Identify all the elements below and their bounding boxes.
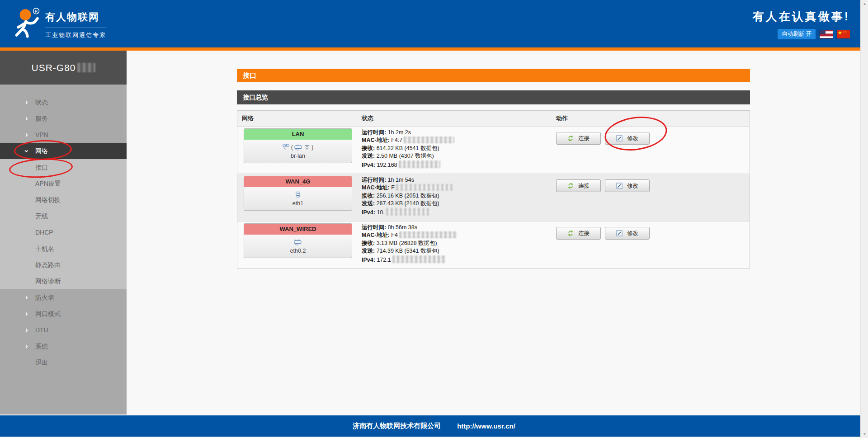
chevron-right-icon: › xyxy=(25,289,28,306)
ipv4-label: IPv4: xyxy=(362,257,375,263)
connect-button[interactable]: 连接 xyxy=(556,227,601,240)
ethernet-icon xyxy=(295,191,301,198)
sidebar-item-network-switch[interactable]: 网络切换 xyxy=(0,192,127,208)
sidebar-item-firewall[interactable]: › 防火墙 xyxy=(0,289,127,306)
tx-value: 714.39 KB (5341 数据包) xyxy=(377,248,439,254)
footer: 济南有人物联网技术有限公司 http://www.usr.cn/ xyxy=(0,415,868,437)
interfaces-table: 网络 状态 动作 LAN xyxy=(237,110,750,269)
status-cell: 运行时间: 0h 56m 38s MAC-地址: F4 接收: 3.13 MB … xyxy=(360,221,551,268)
mac-label: MAC-地址: xyxy=(362,232,390,238)
company-name: 济南有人物联网技术有限公司 xyxy=(353,422,441,430)
rx-label: 接收: xyxy=(362,145,375,151)
actions-cell: 连接 修改 xyxy=(551,174,750,221)
sidebar-item-dhcp[interactable]: DHCP xyxy=(0,224,127,240)
mac-value: F4:7 xyxy=(391,137,402,143)
interface-icons xyxy=(244,238,352,246)
edit-button[interactable]: 修改 xyxy=(605,227,650,240)
sidebar-item-port-mode[interactable]: › 网口模式 xyxy=(0,306,127,322)
table-row-wanwired: WAN_WIRED eth0.2 xyxy=(237,221,750,268)
company-url-link[interactable]: http://www.usr.cn/ xyxy=(457,422,515,430)
sidebar-item-wireless[interactable]: 无线 xyxy=(0,208,127,224)
edit-button[interactable]: 修改 xyxy=(605,132,650,145)
orange-divider xyxy=(0,47,868,51)
edit-button[interactable]: 修改 xyxy=(605,179,650,192)
sidebar-item-services[interactable]: › 服务 xyxy=(0,110,127,127)
wifi-icon xyxy=(304,144,310,150)
edit-icon xyxy=(616,183,623,189)
english-language-flag-icon[interactable] xyxy=(820,30,833,38)
tx-value: 267.43 KB (2140 数据包) xyxy=(377,200,439,207)
interface-card-body: eth1 xyxy=(244,187,352,210)
header-controls: 自动刷新 开 xyxy=(753,29,850,39)
ethernet-bridge-icon xyxy=(283,144,290,151)
uptime-value: 0h 56m 38s xyxy=(388,224,417,231)
column-header-status: 状态 xyxy=(360,111,551,126)
network-cell: WAN_4G eth1 xyxy=(237,174,360,221)
sidebar-item-apn[interactable]: APN设置 xyxy=(0,175,127,192)
top-header: R 有人物联网 工业物联网通信专家 有人在认真做事! 自动刷新 开 xyxy=(0,0,868,47)
device-model-text: USR-G80 xyxy=(31,62,75,73)
uptime-label: 运行时间: xyxy=(362,224,386,231)
switch-icon xyxy=(294,239,302,245)
chinese-language-flag-icon[interactable] xyxy=(837,30,850,38)
redacted-mac xyxy=(399,231,457,238)
redacted-ip xyxy=(392,255,446,263)
interface-card-body: eth0.2 xyxy=(244,235,352,258)
chevron-right-icon: › xyxy=(25,94,28,110)
rx-label: 接收: xyxy=(362,193,375,199)
redacted-mac xyxy=(404,137,454,143)
sidebar-item-static-routes[interactable]: 静态路由 xyxy=(0,257,127,273)
connect-button[interactable]: 连接 xyxy=(556,132,601,145)
brand-title: 有人物联网 xyxy=(45,10,106,24)
sidebar: USR-G80 › 状态 › 服务 › VPN › 网络 接口 APN设置 xyxy=(0,51,127,414)
tx-label: 发送: xyxy=(362,200,375,207)
chevron-down-icon: › xyxy=(19,150,35,152)
network-cell: LAN ( xyxy=(237,127,360,174)
chevron-right-icon: › xyxy=(25,338,28,354)
edit-icon xyxy=(616,230,623,236)
vertical-scrollbar[interactable]: ▲ ▼ xyxy=(860,0,868,438)
uptime-label: 运行时间: xyxy=(362,129,386,136)
device-name: eth1 xyxy=(244,200,352,207)
scroll-up-arrow-icon[interactable]: ▲ xyxy=(861,0,868,8)
paren: ) xyxy=(311,144,313,151)
sidebar-item-logout[interactable]: 退出 xyxy=(0,354,127,371)
sidebar-item-vpn[interactable]: › VPN xyxy=(0,127,127,143)
sidebar-item-interfaces[interactable]: 接口 xyxy=(0,159,127,175)
connect-button[interactable]: 连接 xyxy=(556,179,601,192)
refresh-icon xyxy=(567,135,574,141)
device-model-title: USR-G80 xyxy=(0,51,127,85)
redacted-ip xyxy=(399,160,440,168)
mac-value: F4 xyxy=(391,232,398,238)
ipv4-label: IPv4: xyxy=(362,209,375,216)
device-name: eth0.2 xyxy=(244,248,352,254)
svg-text:R: R xyxy=(35,9,38,14)
status-cell: 运行时间: 1h 1m 54s MAC-地址: F 接收: 256.16 KB … xyxy=(360,174,551,221)
table-row-lan: LAN ( xyxy=(237,126,750,174)
interface-name-badge: LAN xyxy=(244,129,352,140)
edit-icon xyxy=(616,135,623,141)
scroll-down-arrow-icon[interactable]: ▼ xyxy=(861,430,868,438)
paren: ( xyxy=(291,144,293,151)
sidebar-item-hostname[interactable]: 主机名 xyxy=(0,240,127,257)
refresh-icon xyxy=(567,183,574,189)
interface-card-wanwired: WAN_WIRED eth0.2 xyxy=(244,223,352,258)
sidebar-menu: › 状态 › 服务 › VPN › 网络 接口 APN设置 网络切换 无线 xyxy=(0,94,127,371)
actions-cell: 连接 修改 xyxy=(551,127,750,174)
sidebar-item-diagnostics[interactable]: 网络诊断 xyxy=(0,273,127,289)
rx-value: 3.13 MB (26828 数据包) xyxy=(377,240,437,246)
sidebar-item-status[interactable]: › 状态 xyxy=(0,94,127,110)
chevron-right-icon: › xyxy=(25,322,28,338)
tx-label: 发送: xyxy=(362,248,375,254)
interface-name-badge: WAN_WIRED xyxy=(244,224,352,235)
mac-value: F xyxy=(391,184,395,191)
auto-refresh-toggle[interactable]: 自动刷新 开 xyxy=(778,29,816,39)
ipv4-value: 172.1 xyxy=(377,257,391,263)
sidebar-item-dtu[interactable]: › DTU xyxy=(0,322,127,338)
interface-icons xyxy=(244,190,352,198)
slogan-text: 有人在认真做事! xyxy=(753,9,850,24)
refresh-icon xyxy=(567,230,574,236)
sidebar-item-network[interactable]: › 网络 xyxy=(0,143,127,159)
sidebar-item-system[interactable]: › 系统 xyxy=(0,338,127,354)
mac-label: MAC-地址: xyxy=(362,137,390,143)
